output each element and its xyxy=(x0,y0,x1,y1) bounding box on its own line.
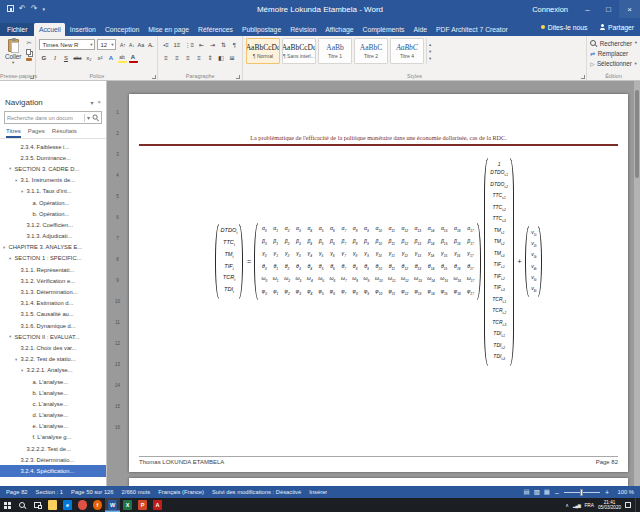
find-button[interactable]: Rechercher▾ xyxy=(590,38,637,48)
zoom-slider-thumb[interactable] xyxy=(580,489,583,496)
nav-heading-2-3-5-dominance[interactable]: 2.3.5. Dominance... xyxy=(0,152,106,163)
read-mode-icon[interactable]: ▤ xyxy=(524,489,530,496)
zoom-percentage[interactable]: 100 % xyxy=(614,489,634,495)
tab-mise-en-page[interactable]: Mise en page xyxy=(144,23,194,36)
style-sans-interl[interactable]: AaBbCcDc¶ Sans interl... xyxy=(282,38,316,64)
action-center-icon[interactable] xyxy=(625,502,631,508)
zoom-out-button[interactable]: – xyxy=(554,489,560,496)
nav-heading-chapitre-3-analyse-e[interactable]: ▾CHAPITRE 3. ANALYSE E... xyxy=(0,242,106,253)
nav-heading-3-2-2-1-analyse[interactable]: ▾3.2.2.1. Analyse... xyxy=(0,365,106,376)
file-explorer-taskbar-button[interactable] xyxy=(45,498,60,512)
font-color-icon[interactable]: A xyxy=(129,52,138,63)
redo-icon[interactable]: ↷ xyxy=(31,5,38,13)
nav-heading-3-1-4-estimation-d[interactable]: 3.1.4. Estimation d... xyxy=(0,298,106,309)
replace-button[interactable]: ⇄Remplacer xyxy=(590,48,637,58)
nav-tab-résultats[interactable]: Résultats xyxy=(52,128,77,138)
navigation-options-icon[interactable]: ▾ xyxy=(90,99,93,106)
underline-icon[interactable]: S xyxy=(61,52,70,63)
styles-more-icon[interactable]: ▾ xyxy=(429,56,431,61)
status-suivi-des-modifications-désactivé[interactable]: Suivi des modifications : Désactivé xyxy=(212,489,301,495)
status-2-660-mots[interactable]: 2/660 mots xyxy=(122,489,151,495)
powerpoint-taskbar-button[interactable]: P xyxy=(135,498,150,512)
clear-formatting-icon[interactable]: A̶ xyxy=(145,39,154,50)
status-insérer[interactable]: Insérer xyxy=(309,489,327,495)
style-titre-4[interactable]: AaBbCTitre 4 xyxy=(390,38,424,64)
format-painter-icon[interactable] xyxy=(26,58,32,61)
highlight-icon[interactable]: ab xyxy=(118,52,127,63)
tab-aide[interactable]: Aide xyxy=(409,23,432,36)
nav-heading-2-3-4-faiblesse-i[interactable]: 2.3.4. Faiblesse i... xyxy=(0,141,106,152)
nav-heading-a-l-analyse[interactable]: a. L'analyse... xyxy=(0,376,106,387)
multilevel-list-icon[interactable]: ⋮≡ xyxy=(183,39,195,50)
shrink-font-icon[interactable]: A↓ xyxy=(127,39,136,50)
qat-customize-icon[interactable]: ▾ xyxy=(42,7,45,12)
taskbar-search-button[interactable] xyxy=(15,498,30,512)
connexion-button[interactable]: Connexion xyxy=(523,5,577,14)
maximize-button[interactable]: □ xyxy=(598,0,619,18)
tell-me-box[interactable]: Dites-le nous xyxy=(535,24,594,31)
style-titre-2[interactable]: AaBbCTitre 2 xyxy=(354,38,388,64)
search-icon[interactable] xyxy=(93,115,99,121)
nav-heading-3-2-3-déterminatio[interactable]: 3.2.3. Déterminatio... xyxy=(0,454,106,465)
shading-icon[interactable]: ◧ xyxy=(216,52,225,63)
pdf-architect-taskbar-button[interactable]: A xyxy=(150,498,165,512)
tab-accueil[interactable]: Accueil xyxy=(34,23,65,36)
sort-icon[interactable]: ⇅ xyxy=(219,39,228,50)
nav-tab-pages[interactable]: Pages xyxy=(28,128,45,138)
nav-tab-titres[interactable]: Titres xyxy=(6,128,21,138)
nav-heading-3-1-instruments-de[interactable]: ▾3.1. Instruments de... xyxy=(0,175,106,186)
superscript-icon[interactable]: x² xyxy=(96,52,105,63)
nav-heading-b-opération[interactable]: b. Opération... xyxy=(0,208,106,219)
justify-icon[interactable]: ≡ xyxy=(194,52,203,63)
nav-heading-3-2-2-test-de-statio[interactable]: ▾3.2.2. Test de statio... xyxy=(0,354,106,365)
show-marks-icon[interactable]: ¶ xyxy=(230,39,239,50)
zoom-slider[interactable] xyxy=(564,492,600,493)
edge-taskbar-button[interactable]: e xyxy=(60,498,75,512)
style-titre-1[interactable]: AaBbTitre 1 xyxy=(318,38,352,64)
nav-heading-c-l-analyse[interactable]: c. L'analyse... xyxy=(0,398,106,409)
grow-font-icon[interactable]: A↑ xyxy=(118,39,127,50)
hidden-icons-icon[interactable]: ∧ xyxy=(565,502,569,508)
select-button[interactable]: ▷Sélectionner▾ xyxy=(590,59,637,69)
scrollbar-thumb[interactable] xyxy=(635,90,639,178)
chrome-taskbar-button[interactable] xyxy=(75,498,90,512)
nav-heading-3-1-1-taux-d-int[interactable]: ▾3.1.1. Taux d'int... xyxy=(0,186,106,197)
increase-indent-icon[interactable]: ⇥ xyxy=(208,39,217,50)
font-name-select[interactable]: Times New R▾ xyxy=(39,39,95,50)
task-view-button[interactable] xyxy=(30,498,45,512)
style-normal[interactable]: AaBbCcDc¶ Normal xyxy=(246,38,280,64)
tab-pdf-architect-7-creator[interactable]: PDF Architect 7 Creator xyxy=(432,23,513,36)
status-section-1[interactable]: Section : 1 xyxy=(36,489,63,495)
word-taskbar-button[interactable]: W xyxy=(105,498,120,512)
excel-taskbar-button[interactable]: X xyxy=(120,498,135,512)
nav-heading-section-ii-evaluat[interactable]: ▾SECTION II : EVALUAT... xyxy=(0,331,106,342)
save-icon[interactable] xyxy=(7,5,14,14)
nav-heading-a-opération[interactable]: a. Opération... xyxy=(0,197,106,208)
show-desktop-button[interactable] xyxy=(635,498,638,512)
status-page-50-sur-126[interactable]: Page 50 sur 126 xyxy=(71,489,114,495)
minimize-button[interactable]: – xyxy=(577,0,598,18)
styles-down-icon[interactable]: ▾ xyxy=(429,49,431,54)
numbering-icon[interactable]: 1≡ xyxy=(172,39,181,50)
decrease-indent-icon[interactable]: ⇤ xyxy=(197,39,206,50)
bold-icon[interactable]: G xyxy=(39,52,48,63)
font-size-select[interactable]: 12▾ xyxy=(97,39,116,50)
nav-heading-3-1-3-adjudicati[interactable]: 3.1.3. Adjudicati... xyxy=(0,231,106,242)
document-page[interactable]: La problématique de l'efficacité de la p… xyxy=(129,94,628,472)
text-effects-icon[interactable]: A xyxy=(107,52,116,63)
nav-heading-b-l-analyse[interactable]: b. L'analyse... xyxy=(0,387,106,398)
strikethrough-icon[interactable]: abc xyxy=(72,52,82,63)
italic-icon[interactable]: I xyxy=(50,52,59,63)
nav-heading-3-2-4-spécification[interactable]: 3.2.4. Spécification... xyxy=(0,465,106,476)
change-case-icon[interactable]: Aa xyxy=(136,39,145,50)
tab-révision[interactable]: Révision xyxy=(286,23,321,36)
nav-heading-e-l-analyse[interactable]: e. L'analyse... xyxy=(0,421,106,432)
navigation-search-input[interactable] xyxy=(7,115,82,121)
nav-heading-3-2-2-2-test-de[interactable]: 3.2.2.2. Test de... xyxy=(0,443,106,454)
tab-publipostage[interactable]: Publipostage xyxy=(237,23,285,36)
nav-heading-3-1-5-causalité-au[interactable]: 3.1.5. Causalité au... xyxy=(0,309,106,320)
nav-heading-f-l-analyse-g[interactable]: f. L'analyse g... xyxy=(0,432,106,443)
cut-icon[interactable]: ✂ xyxy=(26,40,32,47)
print-layout-icon[interactable]: ▥ xyxy=(534,489,540,496)
nav-heading-section-1-specific[interactable]: ▾SECTION 1 : SPECIFIC... xyxy=(0,253,106,264)
